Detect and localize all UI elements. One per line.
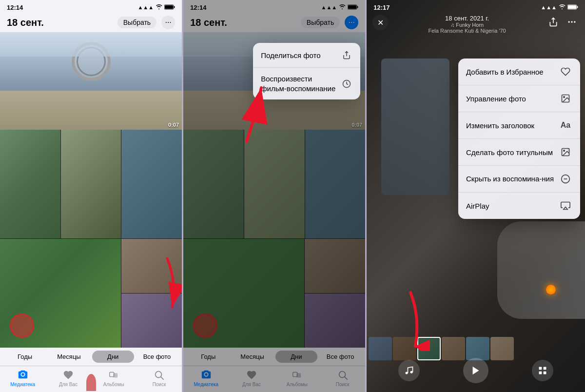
more-button-3[interactable]	[565, 15, 579, 29]
svg-rect-36	[544, 372, 546, 374]
cm3-item-favorite[interactable]: Добавить в Избранное	[458, 59, 580, 85]
play-button-3[interactable]	[463, 358, 488, 383]
foryou-icon-1	[62, 369, 74, 381]
filter-days-1[interactable]: Дни	[92, 351, 134, 363]
context-menu-item-share[interactable]: Поделиться фото	[253, 43, 360, 68]
status-time-1: 12:14	[7, 4, 23, 11]
signal-icon-1: ▲▲▲	[137, 4, 154, 10]
svg-rect-2	[174, 6, 175, 8]
select-button-1[interactable]: Выбрать	[117, 17, 156, 28]
close-button-3[interactable]: ✕	[372, 15, 388, 30]
title-label: Изменить заголовок	[466, 121, 534, 130]
svg-line-6	[161, 377, 164, 379]
share-label: Поделиться фото	[261, 51, 320, 59]
status-icons-3: ▲▲▲	[541, 4, 578, 11]
grid-button-3[interactable]	[532, 360, 553, 381]
video-duration-1: 0:07	[168, 122, 179, 128]
svg-rect-19	[577, 6, 578, 8]
wifi-icon-3	[559, 4, 566, 10]
tab-search-label-1: Поиск	[153, 382, 166, 387]
tab-search-1[interactable]: Поиск	[136, 369, 182, 387]
svg-rect-4	[113, 373, 117, 377]
filter-months-1[interactable]: Месяцы	[48, 351, 90, 363]
svg-rect-1	[165, 5, 173, 9]
cm3-item-hide[interactable]: Скрыть из воспомина-ния	[458, 166, 580, 193]
date-title-1: 18 сент.	[7, 17, 44, 28]
video-date-3: 18 сент. 2021 г.	[445, 15, 489, 22]
svg-point-26	[564, 150, 565, 152]
svg-marker-29	[564, 207, 567, 210]
video-song-3: ♫ Funky Horn	[450, 22, 484, 28]
svg-point-22	[574, 21, 575, 22]
tab-albums-1[interactable]: Альбомы	[91, 369, 136, 387]
svg-point-20	[568, 21, 570, 22]
top-nav-right-1: Выбрать ···	[117, 16, 175, 29]
battery-icon-1	[164, 4, 175, 11]
main-photo-1: 0:07	[0, 32, 182, 130]
phone-screen-1: 12:14 ▲▲▲ 18 сент. Выбрать ···	[0, 0, 182, 392]
svg-rect-35	[539, 372, 542, 374]
svg-point-30	[405, 372, 408, 374]
cm3-item-cover[interactable]: Сделать фото титульным	[458, 139, 580, 166]
cm3-item-airplay[interactable]: AirPlay	[458, 193, 580, 219]
tab-foryou-1[interactable]: Для Вас	[45, 369, 91, 387]
cover-label: Сделать фото титульным	[466, 148, 553, 157]
time-filter-1: Годы Месяцы Дни Все фото	[0, 348, 182, 366]
svg-point-31	[410, 371, 412, 373]
svg-rect-18	[568, 5, 576, 9]
heart-icon	[559, 65, 572, 78]
signal-icon-3: ▲▲▲	[541, 4, 557, 10]
cm3-item-manage[interactable]: Управление фото	[458, 85, 580, 112]
share-icon	[341, 49, 352, 61]
video-controls-bar-3	[367, 354, 585, 387]
context-menu-3: Добавить в Избранное Управление фото Изм…	[458, 59, 580, 219]
svg-rect-33	[539, 367, 542, 370]
svg-marker-32	[473, 367, 479, 375]
albums-icon-1	[108, 369, 119, 381]
hide-label: Скрыть из воспомина-ния	[466, 174, 554, 184]
photo-manage-icon	[559, 92, 572, 105]
memories-icon	[341, 78, 352, 90]
tab-library-1[interactable]: Медиатека	[0, 369, 45, 387]
svg-point-24	[564, 97, 565, 98]
video-artist-3: Fela Ransome Kuti & Nigeria '70	[429, 28, 506, 34]
wifi-icon-1	[156, 4, 162, 10]
tab-foryou-label-1: Для Вас	[59, 382, 78, 387]
tab-library-label-1: Медиатека	[10, 382, 35, 387]
phone-screen-3: 12:17 ▲▲▲ ✕ 18 сент. 2021 г. ♫ Funky Hor…	[367, 0, 585, 392]
text-icon: Aa	[559, 118, 572, 132]
filter-years-1[interactable]: Годы	[4, 351, 46, 363]
status-bar-3: 12:17 ▲▲▲	[367, 0, 585, 14]
context-menu-2: Поделиться фото Воспроизвести фильм-восп…	[253, 43, 360, 99]
cm3-item-title[interactable]: Изменить заголовок Aa	[458, 112, 580, 139]
airplay-icon	[559, 199, 572, 213]
video-info-3: 18 сент. 2021 г. ♫ Funky Horn Fela Ranso…	[388, 15, 546, 34]
airplay-label: AirPlay	[466, 202, 489, 210]
music-button-3[interactable]	[398, 360, 420, 381]
search-icon-1	[153, 369, 165, 381]
more-button-1[interactable]: ···	[161, 16, 175, 29]
context-menu-item-memories[interactable]: Воспроизвести фильм-воспоминание	[253, 68, 360, 99]
filter-all-1[interactable]: Все фото	[136, 351, 178, 363]
status-time-3: 12:17	[373, 4, 390, 11]
memories-label: Воспроизвести фильм-воспоминание	[261, 74, 339, 93]
tab-albums-label-1: Альбомы	[103, 382, 124, 387]
svg-point-21	[571, 21, 572, 22]
favorite-label: Добавить в Избранное	[466, 68, 544, 76]
status-bar-1: 12:14 ▲▲▲	[0, 0, 182, 14]
battery-icon-3	[567, 4, 578, 11]
share-button-3[interactable]	[546, 15, 561, 29]
library-icon-1	[17, 369, 29, 381]
minus-circle-icon	[559, 172, 572, 186]
manage-label: Управление фото	[466, 95, 526, 103]
svg-rect-34	[544, 367, 546, 370]
video-top-right-3	[546, 15, 579, 29]
phone-screen-2: 12:14 ▲▲▲ 18 сент. Выбрать ···	[183, 0, 365, 392]
top-nav-1: 18 сент. Выбрать ···	[0, 14, 182, 32]
status-icons-1: ▲▲▲	[137, 4, 175, 11]
cover-photo-icon	[559, 145, 572, 159]
